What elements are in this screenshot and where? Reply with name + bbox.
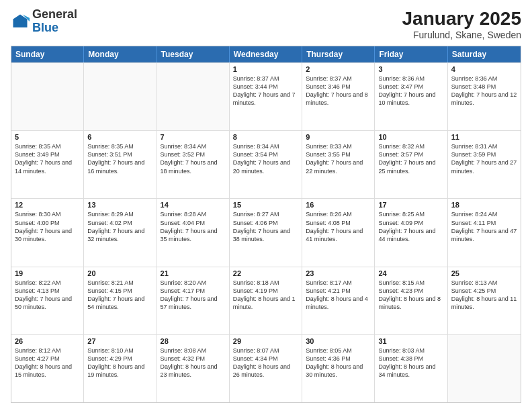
cell-info: Sunrise: 8:12 AM Sunset: 4:27 PM Dayligh… xyxy=(15,347,80,379)
cell-info: Sunrise: 8:35 AM Sunset: 3:49 PM Dayligh… xyxy=(15,142,80,175)
calendar-cell: 16Sunrise: 8:26 AM Sunset: 4:08 PM Dayli… xyxy=(302,199,375,266)
day-number: 20 xyxy=(87,269,152,277)
cell-info: Sunrise: 8:24 AM Sunset: 4:11 PM Dayligh… xyxy=(451,210,517,243)
calendar-cell: 30Sunrise: 8:05 AM Sunset: 4:36 PM Dayli… xyxy=(302,335,375,402)
calendar-cell xyxy=(448,335,521,402)
logo-text: General Blue xyxy=(32,8,77,35)
calendar-cell: 22Sunrise: 8:18 AM Sunset: 4:19 PM Dayli… xyxy=(230,267,302,334)
day-of-week-header: Friday xyxy=(375,46,447,62)
cell-info: Sunrise: 8:25 AM Sunset: 4:09 PM Dayligh… xyxy=(378,210,443,243)
calendar-header: SundayMondayTuesdayWednesdayThursdayFrid… xyxy=(11,46,521,62)
cell-info: Sunrise: 8:31 AM Sunset: 3:59 PM Dayligh… xyxy=(451,142,517,175)
day-number: 5 xyxy=(15,133,80,141)
day-of-week-header: Thursday xyxy=(302,46,375,62)
day-number: 4 xyxy=(451,65,517,73)
calendar-cell: 5Sunrise: 8:35 AM Sunset: 3:49 PM Daylig… xyxy=(11,131,84,198)
calendar-row: 1Sunrise: 8:37 AM Sunset: 3:44 PM Daylig… xyxy=(11,62,521,130)
day-number: 28 xyxy=(161,337,226,345)
day-number: 14 xyxy=(161,201,226,209)
day-number: 13 xyxy=(87,201,152,209)
calendar-body: 1Sunrise: 8:37 AM Sunset: 3:44 PM Daylig… xyxy=(11,62,521,402)
calendar-cell: 23Sunrise: 8:17 AM Sunset: 4:21 PM Dayli… xyxy=(302,267,375,334)
day-number: 12 xyxy=(15,201,80,209)
day-number: 23 xyxy=(306,269,371,277)
cell-info: Sunrise: 8:29 AM Sunset: 4:02 PM Dayligh… xyxy=(87,210,152,243)
calendar-cell: 17Sunrise: 8:25 AM Sunset: 4:09 PM Dayli… xyxy=(375,199,447,266)
cell-info: Sunrise: 8:26 AM Sunset: 4:08 PM Dayligh… xyxy=(306,210,371,243)
calendar-cell: 28Sunrise: 8:08 AM Sunset: 4:32 PM Dayli… xyxy=(157,335,230,402)
day-number: 19 xyxy=(15,269,80,277)
day-number: 11 xyxy=(451,133,517,141)
calendar-row: 12Sunrise: 8:30 AM Sunset: 4:00 PM Dayli… xyxy=(11,198,521,266)
day-number: 24 xyxy=(378,269,443,277)
day-number: 21 xyxy=(161,269,226,277)
calendar-cell: 24Sunrise: 8:15 AM Sunset: 4:23 PM Dayli… xyxy=(375,267,447,334)
calendar: SundayMondayTuesdayWednesdayThursdayFrid… xyxy=(11,46,521,403)
calendar-cell xyxy=(11,63,84,130)
cell-info: Sunrise: 8:07 AM Sunset: 4:34 PM Dayligh… xyxy=(233,347,298,379)
day-number: 1 xyxy=(233,65,298,73)
day-of-week-header: Sunday xyxy=(11,46,84,62)
cell-info: Sunrise: 8:21 AM Sunset: 4:15 PM Dayligh… xyxy=(87,279,152,312)
day-number: 2 xyxy=(306,65,371,73)
cell-info: Sunrise: 8:30 AM Sunset: 4:00 PM Dayligh… xyxy=(15,210,80,243)
calendar-cell: 7Sunrise: 8:34 AM Sunset: 3:52 PM Daylig… xyxy=(157,131,230,198)
day-number: 25 xyxy=(451,269,517,277)
day-number: 10 xyxy=(378,133,443,141)
day-number: 29 xyxy=(233,337,298,345)
cell-info: Sunrise: 8:27 AM Sunset: 4:06 PM Dayligh… xyxy=(233,210,298,243)
cell-info: Sunrise: 8:36 AM Sunset: 3:48 PM Dayligh… xyxy=(451,75,517,107)
day-number: 22 xyxy=(233,269,298,277)
day-number: 18 xyxy=(451,201,517,209)
cell-info: Sunrise: 8:17 AM Sunset: 4:21 PM Dayligh… xyxy=(306,279,371,312)
day-number: 31 xyxy=(378,337,443,345)
calendar-cell: 10Sunrise: 8:32 AM Sunset: 3:57 PM Dayli… xyxy=(375,131,447,198)
calendar-cell: 9Sunrise: 8:33 AM Sunset: 3:55 PM Daylig… xyxy=(302,131,375,198)
calendar-cell: 19Sunrise: 8:22 AM Sunset: 4:13 PM Dayli… xyxy=(11,267,84,334)
cell-info: Sunrise: 8:34 AM Sunset: 3:54 PM Dayligh… xyxy=(233,142,298,175)
cell-info: Sunrise: 8:36 AM Sunset: 3:47 PM Dayligh… xyxy=(378,75,443,107)
calendar-cell: 20Sunrise: 8:21 AM Sunset: 4:15 PM Dayli… xyxy=(84,267,157,334)
cell-info: Sunrise: 8:13 AM Sunset: 4:25 PM Dayligh… xyxy=(451,279,517,312)
calendar-cell: 31Sunrise: 8:03 AM Sunset: 4:38 PM Dayli… xyxy=(375,335,447,402)
cell-info: Sunrise: 8:18 AM Sunset: 4:19 PM Dayligh… xyxy=(233,279,298,312)
day-number: 30 xyxy=(306,337,371,345)
calendar-cell: 11Sunrise: 8:31 AM Sunset: 3:59 PM Dayli… xyxy=(448,131,521,198)
calendar-cell xyxy=(84,63,157,130)
calendar-cell: 14Sunrise: 8:28 AM Sunset: 4:04 PM Dayli… xyxy=(157,199,230,266)
day-of-week-header: Wednesday xyxy=(230,46,302,62)
location: Furulund, Skane, Sweden xyxy=(402,30,521,40)
day-number: 8 xyxy=(233,133,298,141)
page: General Blue January 2025 Furulund, Skan… xyxy=(0,0,532,411)
month-title: January 2025 xyxy=(402,8,521,30)
cell-info: Sunrise: 8:08 AM Sunset: 4:32 PM Dayligh… xyxy=(161,347,226,379)
calendar-cell: 12Sunrise: 8:30 AM Sunset: 4:00 PM Dayli… xyxy=(11,199,84,266)
cell-info: Sunrise: 8:20 AM Sunset: 4:17 PM Dayligh… xyxy=(161,279,226,312)
logo: General Blue xyxy=(11,8,77,35)
calendar-row: 26Sunrise: 8:12 AM Sunset: 4:27 PM Dayli… xyxy=(11,334,521,402)
logo-blue-text: Blue xyxy=(32,21,58,34)
calendar-cell: 18Sunrise: 8:24 AM Sunset: 4:11 PM Dayli… xyxy=(448,199,521,266)
cell-info: Sunrise: 8:35 AM Sunset: 3:51 PM Dayligh… xyxy=(87,142,152,175)
day-of-week-header: Monday xyxy=(84,46,157,62)
cell-info: Sunrise: 8:33 AM Sunset: 3:55 PM Dayligh… xyxy=(306,142,371,175)
calendar-cell: 25Sunrise: 8:13 AM Sunset: 4:25 PM Dayli… xyxy=(448,267,521,334)
logo-icon xyxy=(11,12,30,31)
day-number: 26 xyxy=(15,337,80,345)
day-of-week-header: Tuesday xyxy=(157,46,230,62)
calendar-cell: 15Sunrise: 8:27 AM Sunset: 4:06 PM Dayli… xyxy=(230,199,302,266)
cell-info: Sunrise: 8:03 AM Sunset: 4:38 PM Dayligh… xyxy=(378,347,443,379)
cell-info: Sunrise: 8:32 AM Sunset: 3:57 PM Dayligh… xyxy=(378,142,443,175)
cell-info: Sunrise: 8:28 AM Sunset: 4:04 PM Dayligh… xyxy=(161,210,226,243)
cell-info: Sunrise: 8:37 AM Sunset: 3:46 PM Dayligh… xyxy=(306,75,371,107)
calendar-cell: 8Sunrise: 8:34 AM Sunset: 3:54 PM Daylig… xyxy=(230,131,302,198)
day-number: 9 xyxy=(306,133,371,141)
calendar-cell: 21Sunrise: 8:20 AM Sunset: 4:17 PM Dayli… xyxy=(157,267,230,334)
day-number: 7 xyxy=(161,133,226,141)
cell-info: Sunrise: 8:05 AM Sunset: 4:36 PM Dayligh… xyxy=(306,347,371,379)
calendar-cell: 6Sunrise: 8:35 AM Sunset: 3:51 PM Daylig… xyxy=(84,131,157,198)
calendar-cell: 26Sunrise: 8:12 AM Sunset: 4:27 PM Dayli… xyxy=(11,335,84,402)
title-block: January 2025 Furulund, Skane, Sweden xyxy=(402,8,521,40)
cell-info: Sunrise: 8:34 AM Sunset: 3:52 PM Dayligh… xyxy=(161,142,226,175)
calendar-cell: 2Sunrise: 8:37 AM Sunset: 3:46 PM Daylig… xyxy=(302,63,375,130)
